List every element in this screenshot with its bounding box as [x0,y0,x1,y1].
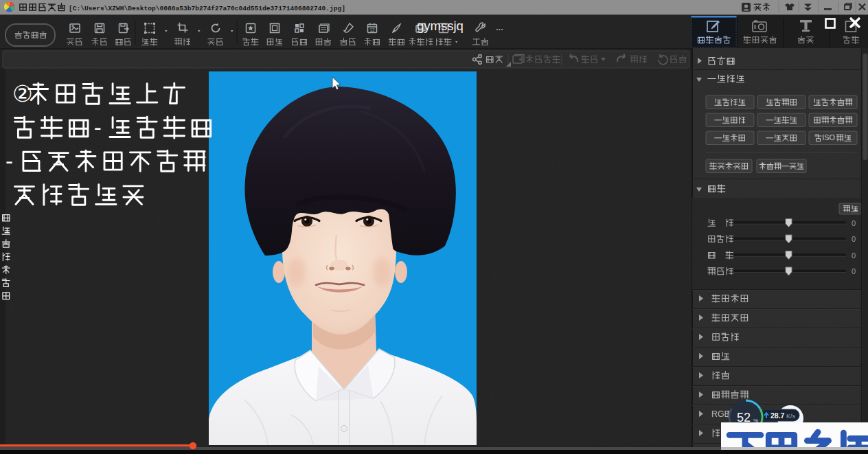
svg-text:-: - [94,115,102,140]
svg-text:0: 0 [852,235,856,243]
svg-text:0: 0 [852,251,856,260]
svg-text:0: 0 [852,219,856,227]
svg-text:ISO: ISO [822,133,835,141]
svg-text:[C:\Users\XZWH\Desktop\0080a53: [C:\Users\XZWH\Desktop\0080a53b7b274f27a… [69,5,345,12]
svg-text:28.7: 28.7 [770,411,785,420]
svg-text:K/s: K/s [786,413,796,420]
svg-text:RGB: RGB [711,409,730,419]
svg-text:0: 0 [852,267,856,275]
svg-text:-: - [5,148,13,174]
svg-text:②: ② [12,81,33,106]
